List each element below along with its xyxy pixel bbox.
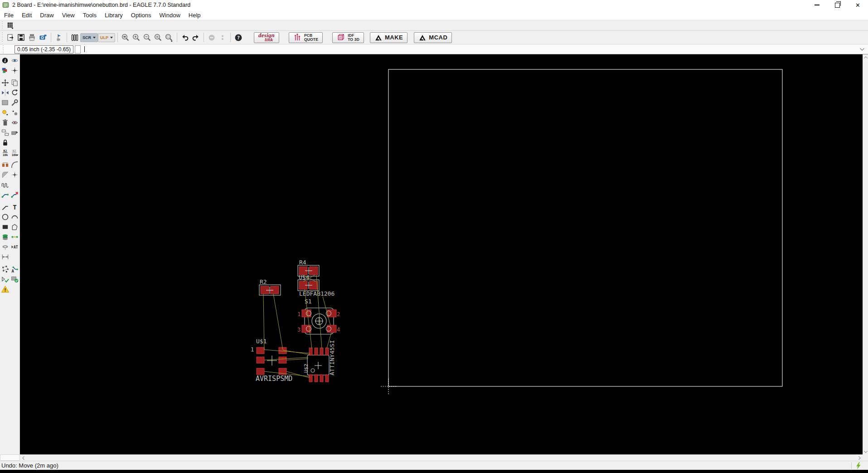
zoom-in-button[interactable] xyxy=(131,32,142,43)
hole-icon xyxy=(1,243,10,251)
save-button[interactable] xyxy=(16,32,27,43)
idf-to-3d-button[interactable]: 15IDFTO 3D xyxy=(332,32,364,43)
mcad-button[interactable]: MCAD xyxy=(414,32,452,43)
rect-tool-button[interactable] xyxy=(0,222,10,232)
rotate-tool-button[interactable] xyxy=(10,88,20,98)
text-tool-button[interactable]: T xyxy=(10,202,20,212)
miter-tool-button[interactable] xyxy=(10,160,20,170)
warning-tool-button[interactable] xyxy=(0,284,10,294)
smd-tool-button[interactable] xyxy=(0,160,10,170)
mirror-tool-button[interactable] xyxy=(0,88,10,98)
help-button[interactable]: ? xyxy=(233,32,244,43)
zoom-out-button[interactable] xyxy=(142,32,153,43)
drc-tool-button[interactable] xyxy=(0,274,10,284)
component-R2[interactable]: R2 xyxy=(259,278,281,295)
commandbar-drag-handle xyxy=(2,45,5,53)
zoom-redraw-button[interactable] xyxy=(153,32,164,43)
meander-tool-button[interactable] xyxy=(0,180,10,190)
menu-help[interactable]: Help xyxy=(184,10,205,20)
autorouter-tool-button[interactable]: A xyxy=(10,264,20,274)
board-canvas[interactable]: R2R4U$4LEDFAB1206S11234U$1AVRISPSMD1U$2A… xyxy=(20,54,863,454)
toolbar-separator xyxy=(230,33,231,42)
board-outline[interactable] xyxy=(388,69,782,386)
zoom-select-button[interactable] xyxy=(164,32,175,43)
menu-library[interactable]: Library xyxy=(101,10,127,20)
hole-tool-button[interactable] xyxy=(0,242,10,252)
go-button[interactable] xyxy=(217,32,228,43)
menu-file[interactable]: File xyxy=(0,10,18,20)
wire-tool-button[interactable] xyxy=(0,202,10,212)
display-tool-button[interactable] xyxy=(0,66,10,75)
restore-button[interactable] xyxy=(827,0,848,10)
ratsnest-tool-button[interactable] xyxy=(0,264,10,274)
circle-tool-button[interactable] xyxy=(0,212,10,222)
cut-tool-button[interactable] xyxy=(0,108,10,117)
close-button[interactable]: ✕ xyxy=(848,0,868,10)
palette-row xyxy=(0,180,19,190)
lock-tool-button[interactable] xyxy=(0,138,10,147)
print-button[interactable] xyxy=(27,32,38,43)
stop-button[interactable] xyxy=(206,32,217,43)
design-link-button[interactable]: designlink xyxy=(254,32,279,43)
menu-draw[interactable]: Draw xyxy=(36,10,58,20)
menu-window[interactable]: Window xyxy=(155,10,184,20)
delete-tool-button[interactable] xyxy=(0,118,10,127)
menu-tools[interactable]: Tools xyxy=(79,10,101,20)
group-tool-button[interactable] xyxy=(0,98,10,107)
component-U_4[interactable]: U$4LEDFAB1206 xyxy=(298,274,335,297)
signal-tool-button[interactable] xyxy=(10,232,20,242)
smash-tool-button[interactable] xyxy=(0,128,10,137)
scroll-down-arrow[interactable] xyxy=(863,449,868,454)
redo-button[interactable] xyxy=(190,32,201,43)
mark-tool-button[interactable] xyxy=(10,66,20,75)
toolbar-separator xyxy=(67,33,67,42)
open-button[interactable] xyxy=(5,32,16,43)
use-library-button[interactable] xyxy=(69,32,80,43)
route-tool-button[interactable] xyxy=(0,190,10,200)
menu-edit[interactable]: Edit xyxy=(18,10,36,20)
menu-options[interactable]: Options xyxy=(127,10,155,20)
grid-button[interactable] xyxy=(5,20,16,31)
component-U_2[interactable]: U$2ATTINY45SI xyxy=(303,340,335,382)
change-tool-button[interactable] xyxy=(10,98,20,107)
errors-tool-button[interactable] xyxy=(10,274,20,284)
dimension-tool-button[interactable] xyxy=(0,252,10,262)
polygon-tool-button[interactable] xyxy=(10,222,20,232)
scroll-right-arrow[interactable] xyxy=(856,455,863,461)
name-tool-button[interactable]: R210k xyxy=(0,148,10,157)
move-tool-button[interactable] xyxy=(0,78,10,88)
paste-tool-button[interactable] xyxy=(10,108,20,117)
attribute-tool-button[interactable]: AT xyxy=(10,242,20,252)
zoom-fit-button[interactable] xyxy=(120,32,131,43)
split-tool-button[interactable] xyxy=(0,170,10,180)
replace-tool-button[interactable] xyxy=(10,128,20,137)
command-history-dropdown[interactable] xyxy=(857,45,867,54)
script-button[interactable]: SCR xyxy=(80,33,98,42)
undo-button[interactable] xyxy=(179,32,190,43)
pcb-quote-button[interactable]: PCBQUOTE xyxy=(289,32,323,43)
via-tool-button[interactable] xyxy=(0,232,10,242)
optimize-tool-button[interactable] xyxy=(10,170,20,180)
pinswap-tool-button[interactable] xyxy=(10,118,20,127)
cam-processor-button[interactable] xyxy=(38,32,48,43)
value-tool-button[interactable]: R210k xyxy=(10,148,20,157)
menu-view[interactable]: View xyxy=(58,10,79,20)
svg-text:ATTINY45SI: ATTINY45SI xyxy=(329,340,335,375)
info-tool-button[interactable]: i xyxy=(0,56,10,65)
show-tool-button[interactable] xyxy=(10,56,20,65)
ripup-tool-button[interactable] xyxy=(10,190,20,200)
command-input[interactable] xyxy=(81,45,857,54)
arc-tool-button[interactable] xyxy=(10,212,20,222)
scroll-up-arrow[interactable] xyxy=(863,54,868,60)
minimize-button[interactable] xyxy=(807,0,827,10)
bolt-icon[interactable] xyxy=(855,462,862,470)
toolbar-drag-handle xyxy=(1,21,4,29)
flag-button[interactable] xyxy=(53,32,64,43)
component-U_1[interactable]: U$1AVRISPSMD1 xyxy=(251,338,292,383)
run-ulp-button[interactable]: ULP xyxy=(98,33,115,42)
scroll-left-arrow[interactable] xyxy=(20,455,26,461)
make-button[interactable]: MAKE xyxy=(370,32,407,43)
vertical-scrollbar[interactable] xyxy=(863,54,868,454)
copy-tool-button[interactable] xyxy=(10,78,20,88)
horizontal-scrollbar[interactable] xyxy=(20,454,863,461)
